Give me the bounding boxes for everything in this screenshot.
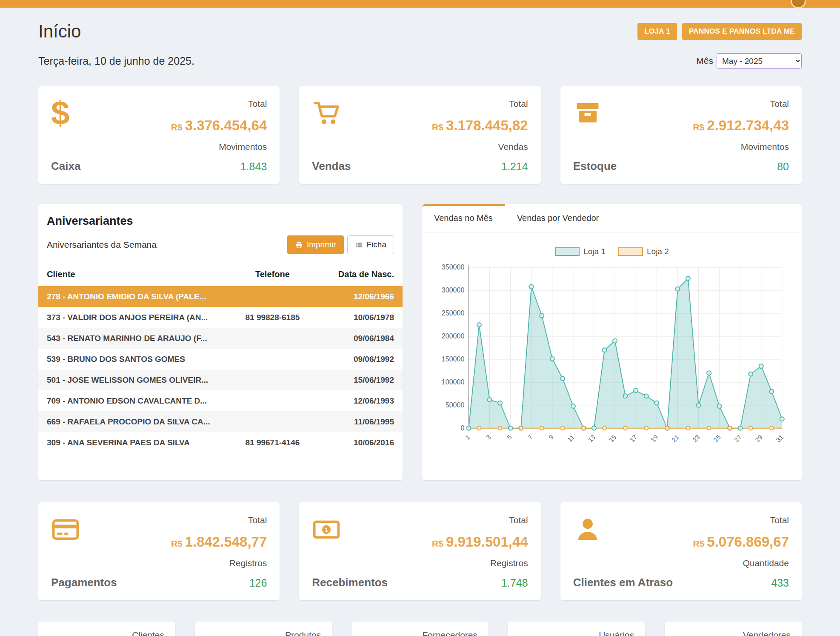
topbar-user-icon[interactable]: [791, 0, 806, 9]
count-value: 1.748: [501, 577, 528, 589]
count-label: Movimentos: [741, 142, 789, 152]
table-row[interactable]: 709 - ANTONIO EDSON CAVALCANTE D... 12/0…: [38, 390, 403, 411]
stat-label: Estoque: [573, 160, 617, 173]
total-value: R$5.076.869,67: [693, 534, 789, 550]
count-label: Vendas: [498, 142, 528, 152]
chart-tabs: Vendas no Mês Vendas por Vendedor: [422, 204, 802, 232]
svg-text:5: 5: [506, 433, 513, 441]
stat-card-pagamentos: Pagamentos Total R$1.842.548,77 Registro…: [38, 502, 280, 600]
count-value: 1.214: [501, 160, 528, 173]
svg-text:200000: 200000: [442, 332, 465, 340]
total-label: Total: [248, 515, 267, 525]
store-badges: LOJA 1 PANNOS E PANNOS LTDA ME: [637, 23, 802, 40]
svg-text:31: 31: [774, 433, 785, 444]
svg-text:17: 17: [628, 433, 638, 444]
person-icon: [573, 515, 673, 545]
top-stats-row: $ Caixa Total R$3.376.454,64 Movimentos …: [38, 86, 802, 184]
credit-card-icon: [51, 515, 117, 545]
total-value: R$3.178.445,82: [432, 117, 528, 134]
col-data-nasc: Data de Nasc.: [317, 269, 394, 279]
stat-card-caixa: $ Caixa Total R$3.376.454,64 Movimentos …: [38, 86, 280, 184]
cell-data-nasc: 10/06/1978: [317, 313, 394, 322]
ficha-button[interactable]: Ficha: [347, 235, 394, 254]
cell-data-nasc: 10/06/2016: [317, 438, 394, 447]
svg-text:29: 29: [754, 433, 764, 444]
table-row[interactable]: 539 - BRUNO DOS SANTOS GOMES 09/06/1992: [38, 349, 403, 370]
cart-icon: [312, 99, 351, 129]
svg-text:19: 19: [649, 433, 660, 444]
chart-legend: Loja 1 Loja 2: [422, 247, 802, 256]
current-date: Terça-feira, 10 de junho de 2025.: [38, 55, 194, 67]
count-label: Registros: [490, 558, 528, 568]
cell-data-nasc: 12/06/1966: [317, 292, 394, 301]
box-icon: [573, 99, 617, 129]
svg-text:21: 21: [670, 433, 680, 444]
summary-card: Clientes: [38, 622, 175, 636]
store-badge-loja1[interactable]: LOJA 1: [637, 23, 677, 40]
stat-label: Clientes em Atraso: [573, 576, 673, 589]
total-value: R$3.376.454,64: [171, 117, 267, 134]
cell-cliente: 373 - VALDIR DOS ANJOS PEREIRA (AN...: [47, 313, 227, 322]
bottom-stats-row: Pagamentos Total R$1.842.548,77 Registro…: [38, 502, 802, 600]
print-button[interactable]: Imprimir: [287, 235, 344, 254]
summary-card-label: Usuários: [508, 630, 634, 636]
legend-item-loja2[interactable]: Loja 2: [618, 247, 669, 256]
cell-cliente: 309 - ANA SEVERINA PAES DA SILVA: [47, 438, 227, 447]
bottom-cards-row: Clientes Produtos Fornecedores Usuários …: [38, 622, 802, 636]
sales-area-chart[interactable]: 0500001000001500002000002500003000003500…: [428, 260, 796, 461]
store-badge-company[interactable]: PANNOS E PANNOS LTDA ME: [682, 23, 802, 40]
page-title: Início: [38, 21, 81, 42]
total-value: R$2.912.734,43: [693, 117, 789, 134]
table-row[interactable]: 501 - JOSE WELISSON GOMES OLIVEIR... 15/…: [38, 370, 403, 390]
birthday-table-body: 278 - ANTONIO EMIDIO DA SILVA (PALE... 1…: [38, 286, 403, 453]
table-row[interactable]: 278 - ANTONIO EMIDIO DA SILVA (PALE... 1…: [38, 286, 403, 307]
cell-cliente: 278 - ANTONIO EMIDIO DA SILVA (PALE...: [47, 292, 227, 301]
count-label: Quantidade: [743, 558, 789, 568]
legend-swatch-loja1: [555, 247, 580, 256]
svg-text:1: 1: [464, 433, 471, 441]
cell-data-nasc: 09/06/1984: [317, 334, 394, 343]
birthday-table: Cliente Telefone Data de Nasc. 278 - ANT…: [38, 262, 403, 453]
svg-text:11: 11: [566, 433, 576, 443]
count-value: 126: [249, 577, 267, 589]
birthday-table-header: Cliente Telefone Data de Nasc.: [38, 262, 403, 286]
stat-label: Caixa: [51, 160, 80, 173]
table-row[interactable]: 309 - ANA SEVERINA PAES DA SILVA 81 9967…: [38, 432, 403, 453]
summary-card: Fornecedores: [351, 622, 489, 636]
count-label: Registros: [229, 558, 267, 568]
dollar-icon: $: [51, 99, 80, 129]
birthdays-subtitle: Aniversariantes da Semana: [47, 240, 157, 250]
legend-item-loja1[interactable]: Loja 1: [555, 247, 606, 256]
svg-text:25: 25: [712, 433, 722, 444]
col-cliente: Cliente: [47, 269, 227, 279]
sales-chart-card: Vendas no Mês Vendas por Vendedor Loja 1…: [422, 204, 802, 480]
tab-vendas-por-vendedor[interactable]: Vendas por Vendedor: [505, 204, 611, 232]
summary-card: Produtos: [195, 622, 332, 636]
tab-vendas-no-mes[interactable]: Vendas no Mês: [422, 204, 505, 232]
cell-data-nasc: 15/06/1992: [317, 375, 394, 385]
summary-card: Vendedores: [665, 622, 802, 636]
total-label: Total: [509, 99, 528, 109]
svg-text:23: 23: [691, 433, 701, 444]
table-row[interactable]: 669 - RAFAELA PROCOPIO DA SILVA CA... 11…: [38, 411, 403, 432]
birthdays-title: Aniversariantes: [47, 215, 394, 228]
cell-data-nasc: 12/06/1993: [317, 396, 394, 406]
summary-card: Usuários: [508, 622, 645, 636]
month-select[interactable]: May - 2025: [717, 53, 802, 69]
total-label: Total: [509, 515, 528, 525]
cell-data-nasc: 09/06/1992: [317, 355, 394, 364]
svg-text:27: 27: [733, 433, 743, 444]
table-row[interactable]: 543 - RENATO MARINHO DE ARAUJO (F... 09/…: [38, 328, 403, 349]
cell-data-nasc: 11/06/1995: [317, 417, 394, 427]
svg-text:0: 0: [460, 424, 464, 432]
month-select-label: Mês: [696, 56, 713, 66]
chart-area: 0500001000001500002000002500003000003500…: [422, 260, 802, 465]
top-orange-bar: [0, 0, 840, 8]
table-row[interactable]: 373 - VALDIR DOS ANJOS PEREIRA (AN... 81…: [38, 307, 403, 328]
stat-card-estoque: Estoque Total R$2.912.734,43 Movimentos …: [560, 86, 802, 184]
stat-card-recebimentos: 1 Recebimentos Total R$9.919.501,44 Regi…: [299, 502, 540, 600]
count-value: 433: [771, 577, 789, 589]
total-label: Total: [770, 515, 789, 525]
total-value: R$1.842.548,77: [171, 534, 267, 550]
cell-cliente: 543 - RENATO MARINHO DE ARAUJO (F...: [47, 334, 227, 343]
